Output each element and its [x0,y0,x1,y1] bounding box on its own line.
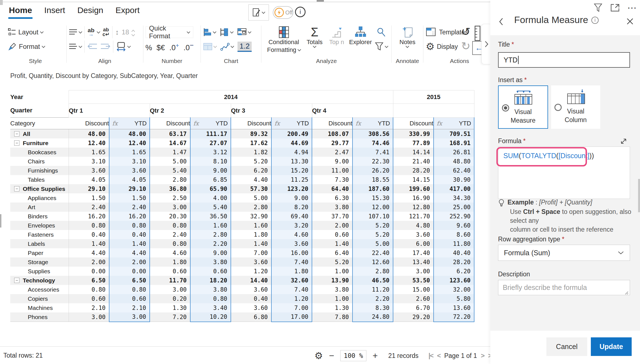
table-cell[interactable]: 9.00 [190,166,231,175]
quick-format-dropdown[interactable]: Quick Format [146,26,193,38]
table-cell[interactable]: 48.00 [109,129,150,139]
table-cell[interactable]: 12.00 [352,203,393,212]
table-cell[interactable]: 4.00 [190,193,231,203]
table-cell[interactable]: 6.20 [231,166,271,175]
table-cell[interactable]: 0.60 [150,267,190,276]
table-cell[interactable]: 7.80 [312,312,352,322]
table-cell[interactable]: 0.40 [231,294,271,303]
table-cell[interactable]: 4.60 [271,230,312,239]
quarter-header-cell[interactable]: Qtr 3 [231,104,312,118]
table-cell[interactable]: 36.80 [150,184,190,193]
table-cell[interactable]: 12.80 [393,203,434,212]
table-cell[interactable]: 29.20 [393,312,434,322]
grid-number-view-button[interactable]: 1.2 [238,42,251,52]
table-cell[interactable]: 123.20 [271,184,312,193]
table-cell[interactable]: 1.47 [150,148,190,157]
table-cell[interactable]: 1.00 [312,267,352,276]
table-cell[interactable]: 1.00 [312,294,352,303]
table-cell[interactable]: 9.00 [271,193,312,203]
row-label[interactable]: Appliances [10,193,69,203]
table-cell[interactable]: 4.94 [271,148,312,157]
table-cell[interactable]: 3.00 [150,285,190,294]
row-label[interactable]: Paper [10,248,69,257]
table-cell[interactable]: 187.60 [352,184,393,193]
table-cell[interactable]: 34.30 [434,193,474,203]
quarter-header-cell[interactable]: Qtr 4 [312,104,393,118]
row-label[interactable]: Tables [10,175,69,184]
table-cell[interactable]: 6.20 [434,267,474,276]
table-cell[interactable]: 6.70 [393,303,434,312]
table-cell[interactable]: 2.10 [109,303,150,312]
table-cell[interactable]: 417.00 [434,184,474,193]
vertical-align-button[interactable] [69,29,82,36]
table-cell[interactable]: 89.32 [231,129,271,139]
table-cell[interactable]: 7.00 [231,248,271,257]
table-cell[interactable]: 16.20 [69,212,109,221]
table-cell[interactable]: 69.40 [271,212,312,221]
table-cell[interactable]: 3.00 [393,267,434,276]
table-cell[interactable]: 1.60 [231,221,271,230]
table-cell[interactable]: 14.40 [231,276,271,285]
table-cell[interactable]: 13.60 [434,303,474,312]
table-cell[interactable]: 37.70 [312,212,352,221]
table-cell[interactable]: 13.90 [312,276,352,285]
table-cell[interactable]: 7.40 [271,257,312,267]
ytd-column-header[interactable]: fxYTD [271,118,312,129]
increase-decimals-button[interactable]: .0+ [169,42,179,52]
hierarchy-chart-button[interactable] [220,28,233,37]
table-cell[interactable]: 0.80 [69,221,109,230]
table-cell[interactable]: 0.80 [190,294,231,303]
table-cell[interactable]: 8.60 [434,230,474,239]
ytd-column-header[interactable]: fxYTD [434,118,474,129]
table-cell[interactable]: 0.60 [109,294,150,303]
table-cell[interactable]: 14.67 [150,138,190,148]
table-cell[interactable]: 6.50 [69,276,109,285]
format-button[interactable]: Format [7,39,64,54]
table-cell[interactable]: 3.80 [190,257,231,267]
decrease-decimals-button[interactable]: .0− [183,41,194,52]
table-cell[interactable]: 2.40 [150,230,190,239]
table-cell[interactable]: 2.40 [69,203,109,212]
row-label[interactable]: −All [10,129,69,139]
row-label[interactable]: Accessories [10,285,69,294]
table-cell[interactable]: 1.60 [190,221,231,230]
quarter-header-cell[interactable]: Qtr 2 [150,104,231,118]
left-scroll-nub[interactable] [0,214,1,228]
table-cell[interactable]: 1.40 [69,239,109,248]
font-size-stepper[interactable] [132,29,134,36]
table-cell[interactable]: 6.85 [190,175,231,184]
collapse-icon[interactable]: − [14,131,19,136]
table-cell[interactable]: 1.50 [109,193,150,203]
table-cell[interactable]: 5.00 [150,157,190,166]
table-cell[interactable]: 5.40 [150,166,190,175]
table-cell[interactable]: 3.60 [69,166,109,175]
table-cell[interactable]: 11.70 [150,276,190,285]
table-cell[interactable]: 1.65 [109,148,150,157]
table-cell[interactable]: 0.40 [69,230,109,239]
row-label[interactable]: Fasteners [10,230,69,239]
table-cell[interactable]: 123.60 [434,276,474,285]
table-cell[interactable]: 29.77 [312,138,352,148]
tab-export[interactable]: Export [116,6,140,19]
table-cell[interactable]: 9.60 [434,221,474,230]
row-label[interactable]: Binders [10,212,69,221]
visual-column-option[interactable]: VisualColumn [551,85,600,129]
currency-format-button[interactable]: $€ [157,44,165,52]
table-cell[interactable]: 8.30 [352,303,393,312]
table-cell[interactable]: 3.60 [271,239,312,248]
table-cell[interactable]: 1.30 [150,303,190,312]
table-cell[interactable]: 2.80 [231,203,271,212]
table-cell[interactable]: 200.49 [271,129,312,139]
table-cell[interactable]: 14.14 [393,148,434,157]
table-cell[interactable]: 108.07 [312,129,352,139]
bar-chart-button[interactable] [203,28,216,37]
table-cell[interactable]: 0.60 [190,267,231,276]
ruler-icon[interactable] [474,26,481,41]
table-cell[interactable]: 5.20 [352,230,393,239]
table-cell[interactable]: 5.40 [190,203,231,212]
panel-collapse-button[interactable] [481,24,491,64]
row-aggregation-dropdown[interactable]: Formula (Sum) [498,245,630,261]
table-cell[interactable]: 3.00 [109,312,150,322]
table-cell[interactable]: 48.80 [434,157,474,166]
line-chart-button[interactable] [220,42,234,51]
